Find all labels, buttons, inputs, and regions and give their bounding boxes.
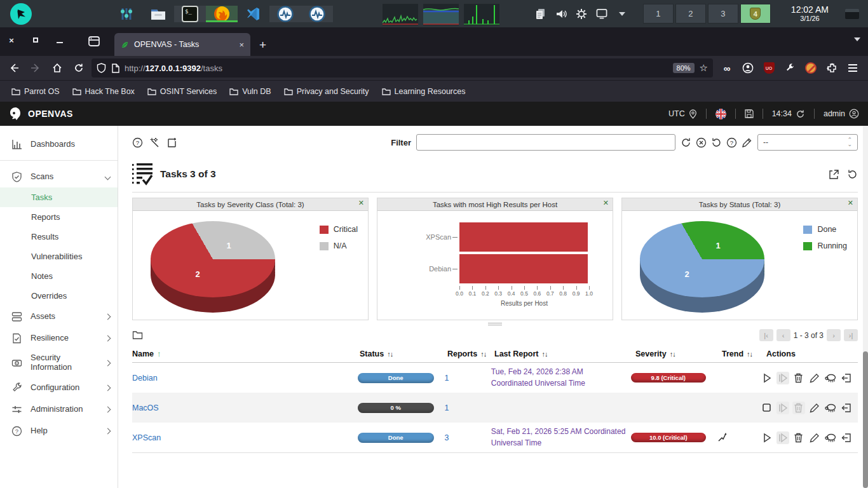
reports-count-link[interactable]: 1 (444, 403, 449, 412)
taskbar-clock[interactable]: 12:02 AM 3/1/26 (786, 5, 834, 22)
url-text[interactable]: http://127.0.0.1:9392/tasks (125, 64, 668, 73)
sidebar-item-scans[interactable]: Scans (0, 166, 118, 187)
bookmark-folder-osint-services[interactable]: OSINT Services (142, 85, 222, 98)
last-report-link[interactable]: Sat, Feb 21, 2026 5:25 AM Coordinated Un… (491, 426, 626, 449)
sidebar-item-assets[interactable]: Assets (0, 306, 118, 327)
tab-close-icon[interactable]: × (239, 40, 244, 50)
user-menu[interactable]: admin (824, 109, 859, 119)
settings-launcher-icon[interactable] (111, 6, 142, 22)
task-name-link[interactable]: Debian (132, 374, 158, 383)
wizard-wand-icon[interactable] (149, 137, 160, 148)
export-task-button[interactable] (840, 372, 853, 384)
terminal-launcher-icon[interactable]: $_ (174, 6, 206, 22)
parrot-menu-icon[interactable] (10, 3, 32, 25)
workspace-4-active[interactable]: 4 (740, 4, 771, 24)
clipboard-tray-icon[interactable] (535, 8, 546, 20)
window-maximize-button[interactable] (31, 35, 41, 45)
column-header-trend[interactable]: Trend↑↓ (722, 349, 766, 358)
bookmark-folder-hack-the-box[interactable]: Hack The Box (67, 85, 140, 98)
close-icon[interactable]: ✕ (603, 199, 609, 207)
filter-preset-select[interactable]: -- ⌃⌄ (757, 134, 858, 151)
edit-task-button[interactable] (808, 402, 821, 414)
language-flag-button[interactable] (715, 109, 726, 119)
window-minimize-button[interactable] (55, 35, 65, 45)
ublock-extension-icon[interactable]: UO (763, 62, 775, 74)
sidebar-item-notes[interactable]: Notes (0, 266, 118, 286)
help-icon[interactable]: ? (132, 137, 143, 148)
home-button[interactable] (48, 59, 66, 77)
file-manager-launcher-icon[interactable] (142, 6, 174, 22)
task-name-link[interactable]: XPScan (132, 433, 161, 442)
edit-task-button[interactable] (808, 431, 821, 444)
column-header-status[interactable]: Status↑↓ (360, 349, 447, 358)
column-header-reports[interactable]: Reports↑↓ (447, 349, 494, 358)
bookmark-folder-privacy-and-security[interactable]: Privacy and Security (279, 85, 374, 98)
sidebar-item-overrides[interactable]: Overrides (0, 286, 118, 306)
timezone-selector[interactable]: UTC (668, 109, 697, 119)
clone-sheep-icon[interactable] (824, 372, 837, 384)
edit-task-button[interactable] (808, 372, 821, 384)
sidebar-item-dashboards[interactable]: Dashboards (0, 133, 118, 155)
sidebar-item-help[interactable]: ? Help (0, 420, 118, 442)
url-bar[interactable]: http://127.0.0.1:9392/tasks 80% ☆ (92, 58, 713, 78)
delete-task-button[interactable] (792, 372, 805, 384)
gear-icon[interactable] (576, 8, 587, 20)
page-scrollbar[interactable] (863, 126, 868, 488)
last-report-link[interactable]: Tue, Feb 24, 2026 2:38 AM Coordinated Un… (491, 367, 626, 389)
start-task-button[interactable] (761, 372, 773, 384)
network-monitor-graph[interactable] (464, 4, 499, 25)
update-filter-icon[interactable] (681, 137, 691, 148)
filter-input[interactable] (416, 134, 675, 151)
dashboard-resize-handle[interactable] (132, 320, 858, 328)
edit-filter-icon[interactable] (742, 137, 752, 148)
task-name-link[interactable]: MacOS (132, 403, 159, 412)
sidebar-item-administration[interactable]: Administration (0, 398, 118, 420)
volume-icon[interactable] (555, 8, 567, 20)
reports-count-link[interactable]: 1 (444, 374, 449, 383)
back-button[interactable] (5, 59, 23, 77)
export-task-button[interactable] (840, 402, 853, 414)
column-header-severity[interactable]: Severity↑↓ (635, 349, 722, 358)
start-task-button[interactable] (761, 431, 773, 444)
export-task-button[interactable] (840, 431, 853, 444)
workspace-2[interactable]: 2 (675, 4, 706, 24)
memory-monitor-graph[interactable] (423, 4, 459, 25)
filter-help-icon[interactable]: ? (726, 137, 737, 148)
reload-button[interactable] (70, 59, 88, 77)
reset-filter-icon[interactable] (711, 137, 722, 148)
export-page-icon[interactable] (829, 169, 839, 180)
tools-wrench-icon[interactable] (783, 62, 796, 74)
new-task-icon[interactable] (166, 137, 177, 148)
firefox-view-icon[interactable] (88, 35, 100, 48)
openvas-brand[interactable]: OPENVAS (9, 107, 73, 121)
menu-hamburger-icon[interactable] (846, 62, 859, 74)
greenbone-launcher-icon-2[interactable] (301, 6, 333, 22)
cpu-monitor-graph[interactable] (383, 4, 418, 25)
delete-task-button[interactable] (792, 431, 805, 444)
cookie-blocker-icon[interactable] (804, 62, 817, 74)
sidebar-item-results[interactable]: Results (0, 227, 118, 247)
new-tab-button[interactable]: + (259, 38, 266, 56)
display-tray-icon[interactable] (596, 8, 607, 20)
bookmark-folder-learning-resources[interactable]: Learning Resources (377, 85, 471, 98)
sidebar-item-resilience[interactable]: Resilience (0, 327, 118, 349)
bookmark-folder-parrot-os[interactable]: Parrot OS (6, 85, 65, 98)
zoom-level-badge[interactable]: 80% (673, 63, 695, 73)
containers-extension-icon[interactable]: ∞ (721, 62, 733, 74)
sidebar-item-tasks[interactable]: Tasks (0, 187, 118, 207)
task-folder-icon[interactable] (132, 330, 143, 341)
sidebar-item-vulnerabilities[interactable]: Vulnerabilities (0, 247, 118, 266)
list-all-tabs-icon[interactable] (854, 37, 860, 41)
shield-permissions-icon[interactable] (97, 63, 106, 73)
sidebar-item-security-information[interactable]: Security Information (0, 349, 118, 377)
sidebar-item-reports[interactable]: Reports (0, 207, 118, 227)
workspace-3[interactable]: 3 (708, 4, 738, 24)
show-desktop-button[interactable] (843, 9, 862, 19)
greenbone-launcher-icon[interactable] (269, 6, 301, 22)
clone-sheep-icon[interactable] (824, 402, 837, 414)
save-session-button[interactable] (745, 109, 754, 118)
reports-count-link[interactable]: 3 (444, 433, 449, 442)
site-info-icon[interactable] (111, 64, 119, 73)
close-icon[interactable]: ✕ (358, 199, 364, 207)
chevron-down-icon[interactable] (616, 8, 628, 20)
